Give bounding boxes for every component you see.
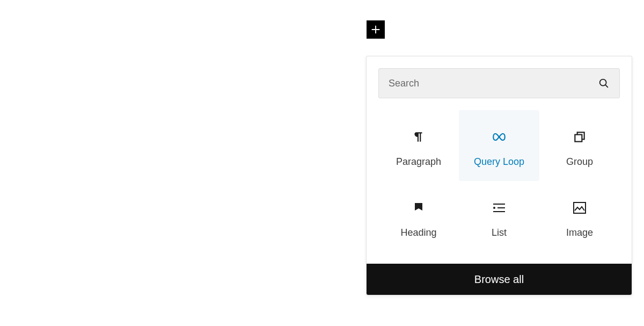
svg-rect-2 <box>575 134 582 141</box>
search-input[interactable] <box>379 78 588 89</box>
svg-rect-7 <box>574 202 586 213</box>
browse-all-button[interactable]: Browse all <box>367 264 632 295</box>
svg-point-4 <box>493 207 495 209</box>
search-container <box>367 56 632 98</box>
block-inserter-panel: Paragraph Query Loop Group <box>366 56 632 295</box>
block-heading[interactable]: Heading <box>378 181 459 252</box>
search-box <box>378 68 620 98</box>
list-icon <box>492 195 506 221</box>
block-label: Heading <box>400 227 436 238</box>
heading-icon <box>413 195 425 221</box>
search-icon <box>588 77 619 89</box>
block-list[interactable]: List <box>459 181 539 252</box>
group-icon <box>573 124 587 150</box>
image-icon <box>573 195 587 221</box>
add-block-button[interactable] <box>367 20 385 39</box>
block-label: Paragraph <box>396 156 441 168</box>
block-grid: Paragraph Query Loop Group <box>367 98 632 264</box>
block-label: Group <box>566 156 593 168</box>
block-group[interactable]: Group <box>539 110 620 181</box>
block-label: Query Loop <box>474 156 524 168</box>
query-loop-icon <box>491 124 507 150</box>
block-label: List <box>492 227 507 238</box>
paragraph-icon <box>412 124 426 150</box>
browse-all-label: Browse all <box>474 273 524 286</box>
plus-icon <box>370 24 382 35</box>
block-query-loop[interactable]: Query Loop <box>459 110 539 181</box>
block-paragraph[interactable]: Paragraph <box>378 110 459 181</box>
block-image[interactable]: Image <box>539 181 620 252</box>
block-label: Image <box>566 227 593 238</box>
